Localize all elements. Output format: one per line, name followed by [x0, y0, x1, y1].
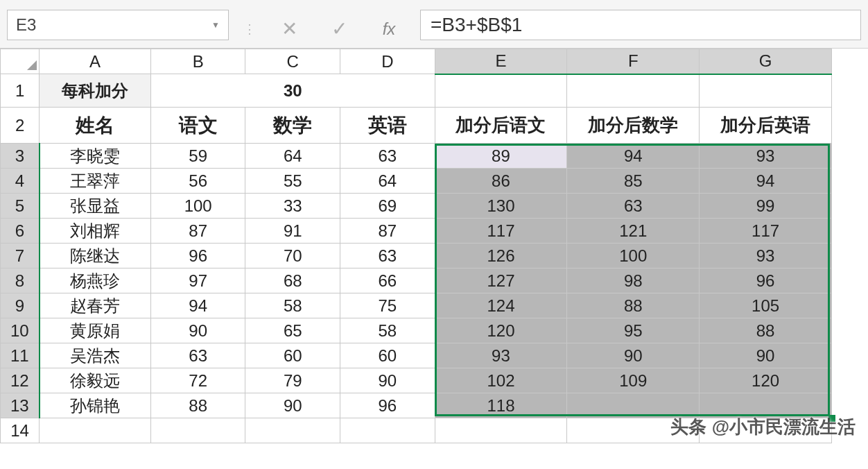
cell[interactable]: 105: [700, 293, 832, 318]
cell[interactable]: 94: [567, 144, 700, 169]
col-header-A[interactable]: A: [40, 49, 151, 74]
grid[interactable]: A B C D E F G 1 每科加分 30 2 姓名 语文 数学 英语 加分…: [0, 49, 832, 443]
cell-B1-D1[interactable]: 30: [150, 74, 435, 108]
cancel-icon[interactable]: ✕: [270, 10, 308, 48]
cell-C2[interactable]: 数学: [245, 108, 340, 144]
row-header[interactable]: 2: [1, 108, 40, 144]
cell[interactable]: 55: [245, 169, 340, 194]
cell[interactable]: 93: [700, 144, 832, 169]
cell[interactable]: 65: [245, 318, 340, 343]
cell[interactable]: 孙锦艳: [40, 393, 151, 418]
cell[interactable]: [150, 418, 245, 443]
cell[interactable]: 68: [245, 268, 340, 293]
cell[interactable]: 72: [150, 368, 245, 393]
cell-E1[interactable]: [435, 74, 567, 108]
cell[interactable]: 93: [700, 244, 832, 268]
cell[interactable]: 杨燕珍: [40, 268, 151, 293]
dropdown-icon[interactable]: ▼: [211, 20, 220, 30]
cell[interactable]: 102: [435, 368, 567, 393]
row-header[interactable]: 7: [1, 244, 40, 268]
row-header[interactable]: 3: [1, 144, 40, 169]
cell[interactable]: [435, 418, 567, 443]
cell[interactable]: 85: [567, 169, 700, 194]
select-all-corner[interactable]: [1, 49, 40, 74]
cell[interactable]: 120: [700, 368, 832, 393]
cell[interactable]: 99: [700, 194, 832, 219]
cell-F2[interactable]: 加分后数学: [567, 108, 700, 144]
row-header[interactable]: 13: [1, 393, 40, 418]
cell-A2[interactable]: 姓名: [40, 108, 151, 144]
col-header-E[interactable]: E: [435, 49, 567, 74]
cell-A1[interactable]: 每科加分: [40, 74, 151, 108]
fx-icon[interactable]: fx: [370, 10, 408, 48]
row-header[interactable]: 4: [1, 169, 40, 194]
cell[interactable]: 陈继达: [40, 244, 151, 268]
cell[interactable]: 90: [245, 393, 340, 418]
cell[interactable]: 88: [150, 393, 245, 418]
col-header-D[interactable]: D: [340, 49, 435, 74]
cell[interactable]: 121: [567, 219, 700, 244]
cell[interactable]: 98: [567, 268, 700, 293]
cell[interactable]: 118: [435, 393, 567, 418]
cell[interactable]: 100: [150, 194, 245, 219]
cell[interactable]: 86: [435, 169, 567, 194]
cell[interactable]: 87: [150, 219, 245, 244]
cell[interactable]: 88: [567, 293, 700, 318]
cell[interactable]: 79: [245, 368, 340, 393]
cell[interactable]: 63: [340, 144, 435, 169]
cell[interactable]: 90: [567, 343, 700, 368]
cell[interactable]: 56: [150, 169, 245, 194]
cell-G1[interactable]: [700, 74, 832, 108]
row-header[interactable]: 10: [1, 318, 40, 343]
cell[interactable]: 93: [435, 343, 567, 368]
cell[interactable]: 124: [435, 293, 567, 318]
cell[interactable]: 90: [340, 368, 435, 393]
cell[interactable]: 64: [245, 144, 340, 169]
cell[interactable]: 117: [435, 219, 567, 244]
cell[interactable]: 60: [245, 343, 340, 368]
cell[interactable]: [40, 418, 151, 443]
cell[interactable]: 109: [567, 368, 700, 393]
row-header[interactable]: 1: [1, 74, 40, 108]
cell[interactable]: 90: [700, 343, 832, 368]
cell[interactable]: 64: [340, 169, 435, 194]
cell-D2[interactable]: 英语: [340, 108, 435, 144]
cell[interactable]: 63: [340, 244, 435, 268]
cell-B2[interactable]: 语文: [150, 108, 245, 144]
cell[interactable]: 91: [245, 219, 340, 244]
cell[interactable]: 126: [435, 244, 567, 268]
row-header[interactable]: 11: [1, 343, 40, 368]
cell[interactable]: 刘相辉: [40, 219, 151, 244]
cell[interactable]: [245, 418, 340, 443]
cell[interactable]: 130: [435, 194, 567, 219]
cell[interactable]: 117: [700, 219, 832, 244]
cell[interactable]: 94: [150, 293, 245, 318]
cell[interactable]: 97: [150, 268, 245, 293]
cell[interactable]: 96: [150, 244, 245, 268]
cell[interactable]: 吴浩杰: [40, 343, 151, 368]
cell[interactable]: 58: [245, 293, 340, 318]
cell[interactable]: [340, 418, 435, 443]
cell[interactable]: 88: [700, 318, 832, 343]
cell[interactable]: 120: [435, 318, 567, 343]
cell[interactable]: 王翠萍: [40, 169, 151, 194]
cell[interactable]: 63: [567, 194, 700, 219]
cell[interactable]: 徐毅远: [40, 368, 151, 393]
name-box[interactable]: E3 ▼: [7, 10, 229, 40]
cell[interactable]: 96: [700, 268, 832, 293]
cell-E2[interactable]: 加分后语文: [435, 108, 567, 144]
col-header-B[interactable]: B: [150, 49, 245, 74]
cell[interactable]: 58: [340, 318, 435, 343]
cell[interactable]: 59: [150, 144, 245, 169]
col-header-G[interactable]: G: [700, 49, 832, 74]
cell[interactable]: 66: [340, 268, 435, 293]
cell[interactable]: 95: [567, 318, 700, 343]
cell[interactable]: 94: [700, 169, 832, 194]
row-header[interactable]: 6: [1, 219, 40, 244]
formula-input[interactable]: =B3+$B$1: [420, 10, 861, 40]
cell[interactable]: 33: [245, 194, 340, 219]
cell[interactable]: 赵春芳: [40, 293, 151, 318]
cell[interactable]: 96: [340, 393, 435, 418]
row-header[interactable]: 5: [1, 194, 40, 219]
cell[interactable]: 李晓雯: [40, 144, 151, 169]
